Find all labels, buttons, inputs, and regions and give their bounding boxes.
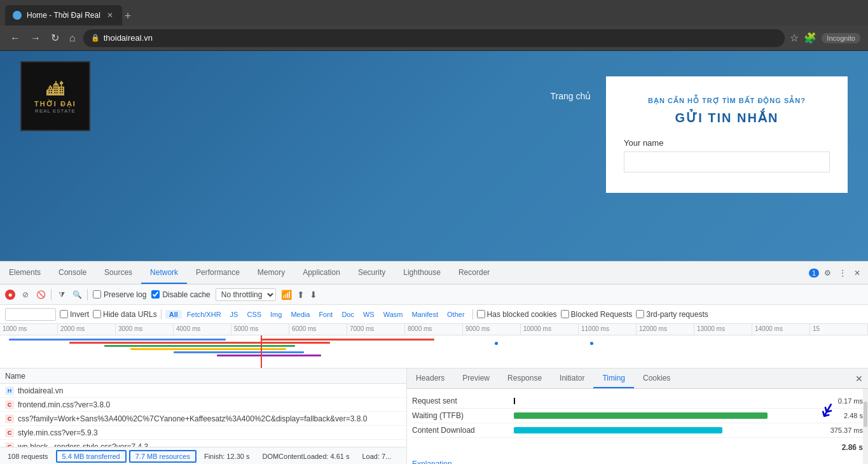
wifi-icon[interactable]: 📶 bbox=[281, 290, 292, 300]
hide-data-urls-checkbox[interactable] bbox=[93, 310, 101, 318]
preserve-log-label[interactable]: Preserve log bbox=[93, 290, 146, 299]
search-button[interactable]: 🔍 bbox=[72, 290, 82, 300]
star-icon[interactable]: ☆ bbox=[790, 32, 799, 44]
row-type-icon-1: C bbox=[5, 400, 14, 409]
right-tab-timing[interactable]: Timing bbox=[593, 369, 634, 388]
network-row-1[interactable]: C frontend.min.css?ver=3.8.0 bbox=[0, 398, 406, 412]
timing-marker-0 bbox=[514, 398, 515, 404]
mark-9000: 9000 ms bbox=[463, 324, 521, 335]
filter-doc[interactable]: Doc bbox=[338, 310, 358, 319]
address-bar[interactable]: 🔒 thoidaireal.vn bbox=[83, 29, 785, 47]
row-type-icon-2: C bbox=[5, 414, 14, 423]
filter-button[interactable]: ⧩ bbox=[57, 290, 67, 300]
mark-13000: 13000 ms bbox=[694, 324, 752, 335]
settings-icon[interactable]: ⚙ bbox=[822, 266, 834, 280]
tab-recorder[interactable]: Recorder bbox=[450, 262, 499, 284]
timeline-bar-5 bbox=[174, 351, 304, 353]
download-icon[interactable]: ⬇ bbox=[310, 290, 317, 300]
blocked-requests-container[interactable]: Blocked Requests bbox=[561, 310, 633, 319]
timing-value-request-sent: 0.17 ms bbox=[812, 397, 863, 405]
forward-button[interactable]: → bbox=[28, 30, 43, 46]
tab-sources[interactable]: Sources bbox=[95, 262, 141, 284]
filter-img[interactable]: Img bbox=[266, 310, 286, 319]
filter-input[interactable] bbox=[5, 308, 56, 321]
nav-item-trangchu[interactable]: Trang chủ bbox=[551, 91, 591, 101]
network-toolbar: ● ⊘ 🚫 ⧩ 🔍 Preserve log Disable cache No … bbox=[0, 285, 868, 305]
third-party-container[interactable]: 3rd-party requests bbox=[636, 310, 708, 319]
toolbar-separator-2 bbox=[87, 289, 88, 300]
timing-total: 2.86 s bbox=[412, 438, 863, 457]
explanation-link[interactable]: Explanation bbox=[412, 457, 452, 464]
home-button[interactable]: ⌂ bbox=[67, 30, 78, 46]
timing-label-request-sent: Request sent bbox=[412, 397, 514, 405]
timeline-ruler: 1000 ms 2000 ms 3000 ms 4000 ms 5000 ms … bbox=[0, 324, 868, 335]
tab-memory[interactable]: Memory bbox=[249, 262, 294, 284]
throttle-select[interactable]: No throttling bbox=[216, 288, 276, 301]
extension-icon[interactable]: 🧩 bbox=[804, 32, 816, 44]
filter-manifest[interactable]: Manifest bbox=[408, 310, 442, 319]
back-button[interactable]: ← bbox=[8, 30, 23, 46]
disable-cache-checkbox[interactable] bbox=[151, 290, 160, 299]
hide-data-urls-container[interactable]: Hide data URLs bbox=[93, 310, 157, 319]
invert-checkbox[interactable] bbox=[60, 310, 68, 318]
network-row-0[interactable]: H thoidaireal.vn bbox=[0, 384, 406, 398]
filter-type-buttons: All Fetch/XHR JS CSS Img Media Font Doc … bbox=[165, 310, 469, 319]
timing-value-waiting: 2.48 s bbox=[812, 412, 863, 419]
network-row-4[interactable]: C wp-block...renders-style.css?ver=7.4.3 bbox=[0, 440, 406, 447]
network-list-header: Name bbox=[0, 369, 406, 384]
browser-tab[interactable]: Home - Thời Đại Real ✕ bbox=[5, 5, 122, 25]
right-tab-preview[interactable]: Preview bbox=[453, 369, 499, 388]
preserve-log-checkbox[interactable] bbox=[93, 290, 101, 299]
timeline-area: 1000 ms 2000 ms 3000 ms 4000 ms 5000 ms … bbox=[0, 324, 868, 369]
filter-bar: Invert Hide data URLs All Fetch/XHR JS C… bbox=[0, 305, 868, 324]
filter-font[interactable]: Font bbox=[315, 310, 336, 319]
tab-application[interactable]: Application bbox=[294, 262, 349, 284]
disable-cache-label[interactable]: Disable cache bbox=[151, 290, 210, 299]
mark-5000: 5000 ms bbox=[231, 324, 289, 335]
tab-performance[interactable]: Performance bbox=[187, 262, 249, 284]
filter-all[interactable]: All bbox=[165, 310, 182, 319]
filter-ws[interactable]: WS bbox=[359, 310, 378, 319]
filter-other[interactable]: Other bbox=[443, 310, 469, 319]
mark-2000: 2000 ms bbox=[58, 324, 116, 335]
your-name-input[interactable] bbox=[624, 151, 830, 172]
right-tab-response[interactable]: Response bbox=[499, 369, 551, 388]
record-button[interactable]: ● bbox=[5, 290, 15, 300]
upload-icon[interactable]: ⬆ bbox=[297, 290, 305, 300]
right-panel-tabs: Headers Preview Response Initiator Timin… bbox=[407, 369, 868, 389]
name-column-header: Name bbox=[5, 372, 25, 381]
filter-media[interactable]: Media bbox=[287, 310, 313, 319]
close-right-panel-icon[interactable]: ✕ bbox=[850, 374, 868, 384]
tab-close-icon[interactable]: ✕ bbox=[106, 11, 114, 20]
network-row-2[interactable]: C css?family=Work+Sans%3A400%2C%7CYanone… bbox=[0, 412, 406, 426]
invert-checkbox-container[interactable]: Invert bbox=[60, 310, 89, 319]
filter-fetch-xhr[interactable]: Fetch/XHR bbox=[183, 310, 225, 319]
more-icon[interactable]: ⋮ bbox=[836, 266, 849, 280]
filter-css[interactable]: CSS bbox=[243, 310, 265, 319]
new-tab-button[interactable]: + bbox=[122, 7, 134, 25]
timing-bar-area-0 bbox=[514, 397, 812, 405]
filter-wasm[interactable]: Wasm bbox=[380, 310, 407, 319]
tab-elements[interactable]: Elements bbox=[0, 262, 50, 284]
network-row-3[interactable]: C style.min.css?ver=5.9.3 bbox=[0, 426, 406, 440]
clear-button[interactable]: 🚫 bbox=[36, 290, 46, 300]
tab-network[interactable]: Network bbox=[141, 262, 187, 284]
tab-security[interactable]: Security bbox=[349, 262, 394, 284]
right-tab-initiator[interactable]: Initiator bbox=[551, 369, 593, 388]
third-party-checkbox[interactable] bbox=[636, 310, 644, 318]
has-blocked-cookies-checkbox[interactable] bbox=[477, 310, 485, 318]
reload-button[interactable]: ↻ bbox=[48, 29, 62, 46]
has-blocked-cookies-container[interactable]: Has blocked cookies bbox=[477, 310, 557, 319]
timeline-bar-2 bbox=[69, 342, 330, 344]
tab-console[interactable]: Console bbox=[50, 262, 95, 284]
tab-lighthouse[interactable]: Lighthouse bbox=[394, 262, 450, 284]
blocked-requests-checkbox[interactable] bbox=[561, 310, 569, 318]
right-tab-headers[interactable]: Headers bbox=[407, 369, 453, 388]
timing-label-content-download: Content Download bbox=[412, 426, 514, 435]
right-tab-cookies[interactable]: Cookies bbox=[634, 369, 679, 388]
filter-js[interactable]: JS bbox=[226, 310, 242, 319]
scroll-thumb[interactable] bbox=[864, 402, 867, 427]
network-list-scroll[interactable]: H thoidaireal.vn C frontend.min.css?ver=… bbox=[0, 384, 406, 447]
stop-button[interactable]: ⊘ bbox=[20, 290, 31, 300]
close-devtools-icon[interactable]: ✕ bbox=[851, 266, 863, 280]
